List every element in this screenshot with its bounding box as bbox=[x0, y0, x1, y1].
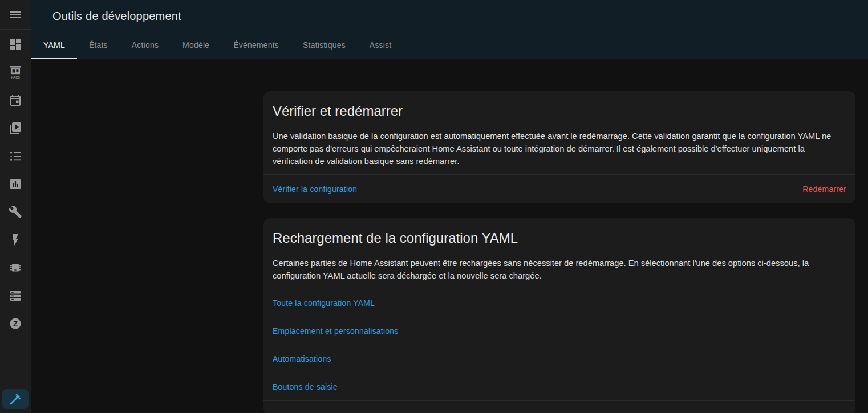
sidebar-item-energy[interactable] bbox=[0, 226, 31, 253]
hacs-label: HACS bbox=[9, 75, 22, 79]
tab-bar: YAML États Actions Modèle Événements Sta… bbox=[31, 32, 868, 59]
reload-item-all-yaml[interactable]: Toute la configuration YAML bbox=[263, 289, 855, 317]
app-header: Outils de développement YAML États Actio… bbox=[31, 0, 868, 59]
sidebar-item-settings[interactable] bbox=[0, 198, 31, 226]
card-description: Une validation basique de la configurati… bbox=[273, 130, 846, 167]
restart-button[interactable]: Redémarrer bbox=[802, 185, 846, 194]
chip-icon bbox=[9, 261, 22, 275]
reload-item-automations[interactable]: Automatisations bbox=[263, 345, 855, 373]
sidebar-item-todo-list[interactable] bbox=[0, 142, 31, 170]
tab-actions[interactable]: Actions bbox=[120, 32, 171, 59]
check-configuration-button[interactable]: Vérifier la configuration bbox=[273, 185, 357, 194]
tab-modele[interactable]: Modèle bbox=[171, 32, 221, 59]
menu-icon bbox=[9, 8, 22, 22]
page-title: Outils de développement bbox=[52, 10, 181, 23]
dashboard-icon bbox=[9, 38, 22, 51]
main-area: Outils de développement YAML États Actio… bbox=[31, 0, 868, 413]
sidebar-item-server[interactable] bbox=[0, 281, 31, 309]
tab-yaml[interactable]: YAML bbox=[31, 32, 77, 59]
card-tail bbox=[263, 401, 855, 413]
developer-tools-hammer-icon bbox=[9, 392, 22, 406]
app-window: HACS bbox=[0, 0, 868, 413]
hacs-icon bbox=[9, 66, 22, 75]
history-chart-icon bbox=[9, 177, 22, 191]
server-icon bbox=[9, 289, 22, 302]
tab-etats[interactable]: États bbox=[77, 32, 120, 59]
card-actions: Vérifier la configuration Redémarrer bbox=[263, 175, 855, 203]
wrench-icon bbox=[9, 205, 22, 219]
sidebar: HACS bbox=[0, 0, 31, 413]
sidebar-item-calendar[interactable] bbox=[0, 86, 31, 114]
sidebar-item-dashboard[interactable] bbox=[0, 30, 31, 58]
tab-statistiques[interactable]: Statistiques bbox=[291, 32, 358, 59]
card-check-restart: Vérifier et redémarrer Une validation ba… bbox=[263, 91, 855, 203]
reload-item-location-customizations[interactable]: Emplacement et personnalisations bbox=[263, 317, 855, 345]
energy-bolt-icon bbox=[9, 233, 22, 247]
svg-text:HACS: HACS bbox=[11, 75, 20, 79]
menu-button[interactable] bbox=[0, 0, 31, 30]
sidebar-item-esphome[interactable] bbox=[0, 253, 31, 281]
card-title: Rechargement de la configuration YAML bbox=[273, 230, 846, 246]
title-row: Outils de développement bbox=[31, 0, 868, 32]
sidebar-item-media[interactable] bbox=[0, 114, 31, 142]
zigbee-icon: Z bbox=[9, 317, 22, 330]
tab-assist[interactable]: Assist bbox=[358, 32, 404, 59]
todo-list-icon bbox=[9, 149, 22, 163]
sidebar-nav: HACS bbox=[0, 30, 31, 337]
reload-item-input-buttons[interactable]: Boutons de saisie bbox=[263, 373, 855, 400]
calendar-icon bbox=[9, 93, 22, 107]
svg-text:Z: Z bbox=[13, 319, 18, 328]
page-content: Vérifier et redémarrer Une validation ba… bbox=[31, 59, 868, 413]
card-title: Vérifier et redémarrer bbox=[273, 103, 846, 119]
tab-evenements[interactable]: Événements bbox=[221, 32, 291, 59]
sidebar-item-zigbee[interactable]: Z bbox=[0, 309, 31, 337]
card-description: Certaines parties de Home Assistant peuv… bbox=[273, 257, 846, 282]
card-yaml-reload: Rechargement de la configuration YAML Ce… bbox=[263, 218, 855, 413]
sidebar-item-history[interactable] bbox=[0, 170, 31, 198]
sidebar-item-developer-tools[interactable] bbox=[2, 389, 29, 409]
media-play-icon bbox=[9, 121, 22, 135]
sidebar-item-hacs[interactable]: HACS bbox=[0, 58, 31, 86]
